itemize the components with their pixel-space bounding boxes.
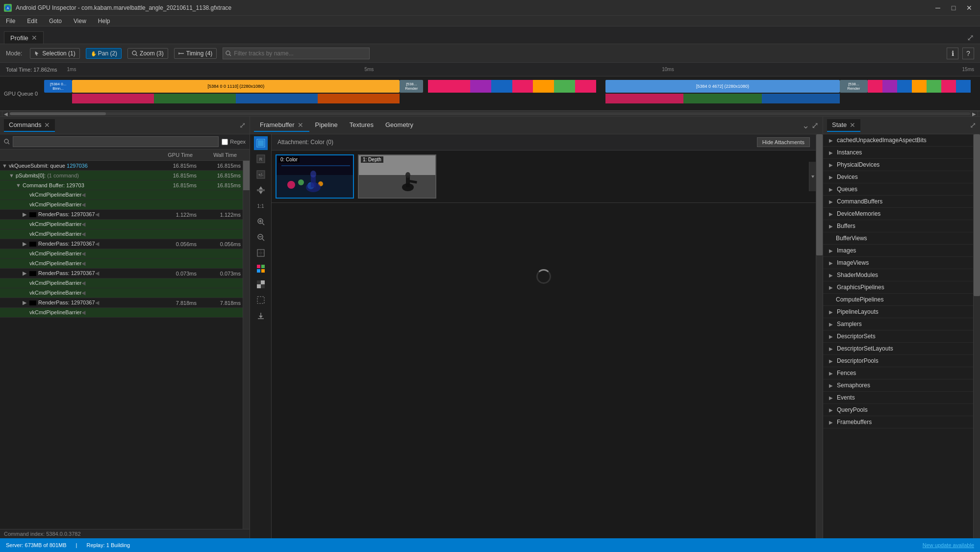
tab-framebuffer-close[interactable]: ✕ bbox=[298, 121, 303, 129]
cmd-row-9[interactable]: vkCmdPipelineBarrier◀ bbox=[0, 249, 243, 259]
state-item-15[interactable]: ▶ Samplers bbox=[823, 318, 973, 330]
cmd-expand-8[interactable]: ▶ bbox=[23, 241, 29, 247]
tab-textures[interactable]: Textures bbox=[344, 119, 379, 131]
scroll-track[interactable] bbox=[10, 112, 970, 115]
state-item-17[interactable]: ▶ DescriptorSetLayouts bbox=[823, 343, 973, 355]
state-item-16[interactable]: ▶ DescriptorSets bbox=[823, 330, 973, 343]
tab-geometry[interactable]: Geometry bbox=[379, 119, 419, 131]
gpu-queue-track[interactable]: [5384 0... Binn... [5384 0 0 1110] (2280… bbox=[44, 79, 980, 108]
state-item-11[interactable]: ▶ ShaderModules bbox=[823, 269, 973, 281]
thumbnail-color[interactable]: 0: Color bbox=[276, 154, 354, 199]
commands-scroll-v[interactable] bbox=[243, 161, 250, 529]
state-item-8[interactable]: BufferViews bbox=[823, 232, 973, 245]
cmd-row-6[interactable]: vkCmdPipelineBarrier◀ bbox=[0, 220, 243, 229]
state-item-13[interactable]: ComputePipelines bbox=[823, 294, 973, 306]
fb-image-viewport[interactable] bbox=[272, 203, 816, 350]
state-tab[interactable]: State ✕ bbox=[827, 119, 860, 132]
fb-scroll-right[interactable] bbox=[816, 134, 823, 538]
cmd-row-15[interactable]: vkCmdPipelineBarrier◀ bbox=[0, 308, 243, 318]
cmd-row-12[interactable]: vkCmdPipelineBarrier◀ bbox=[0, 278, 243, 288]
menu-view[interactable]: View bbox=[70, 17, 90, 25]
cmd-row-10[interactable]: vkCmdPipelineBarrier◀ bbox=[0, 259, 243, 269]
fb-vscroll-thumb[interactable] bbox=[816, 134, 823, 255]
tab-pipeline[interactable]: Pipeline bbox=[309, 119, 344, 131]
menu-edit[interactable]: Edit bbox=[23, 17, 41, 25]
cmd-row-1[interactable]: ▼ pSubmits[0]: (1 command) 16.815ms 16.8… bbox=[0, 171, 243, 180]
state-item-18[interactable]: ▶ DescriptorPools bbox=[823, 355, 973, 367]
timing-mode-button[interactable]: Timing (4) bbox=[174, 48, 217, 59]
menu-help[interactable]: Help bbox=[94, 17, 114, 25]
state-item-23[interactable]: ▶ Framebuffers bbox=[823, 416, 973, 428]
state-item-4[interactable]: ▶ Queues bbox=[823, 183, 973, 196]
gpu-bar-4[interactable]: [538... Render bbox=[840, 80, 868, 93]
state-scroll-thumb[interactable] bbox=[974, 134, 980, 296]
state-item-3[interactable]: ▶ Devices bbox=[823, 171, 973, 183]
fb-more-button[interactable]: ⌄ bbox=[802, 120, 809, 131]
maximize-button[interactable]: □ bbox=[947, 3, 960, 13]
thumbnail-depth[interactable]: 1: Depth bbox=[358, 154, 436, 199]
cmd-expand-5[interactable]: ▶ bbox=[23, 211, 29, 218]
gpu-bar-1[interactable]: [5384 0 0 1110] (2280x1080) bbox=[72, 80, 400, 93]
cmd-row-5[interactable]: ▶ RenderPass: 12970367◀ 1.122ms 1.122ms bbox=[0, 210, 243, 220]
state-item-1[interactable]: ▶ Instances bbox=[823, 147, 973, 159]
regex-checkbox[interactable] bbox=[222, 139, 228, 145]
state-item-22[interactable]: ▶ QueryPools bbox=[823, 404, 973, 416]
state-tab-close[interactable]: ✕ bbox=[850, 121, 855, 129]
fb-palette-tool[interactable] bbox=[254, 262, 268, 276]
fb-checker-tool[interactable] bbox=[254, 277, 268, 291]
scroll-thumb[interactable] bbox=[10, 112, 106, 115]
menu-goto[interactable]: Goto bbox=[45, 17, 66, 25]
gpu-bar-3[interactable]: [5384 0 4672] (2280x1080) bbox=[605, 80, 839, 93]
fb-channel-rg-tool[interactable]: +/- bbox=[254, 168, 268, 181]
cmd-row-13[interactable]: vkCmdPipelineBarrier◀ bbox=[0, 288, 243, 298]
state-maximize-button[interactable]: ⤢ bbox=[970, 121, 976, 130]
state-item-5[interactable]: ▶ CommandBuffers bbox=[823, 196, 973, 208]
commands-tab[interactable]: Commands ✕ bbox=[4, 119, 55, 132]
thumbnails-scroll-down[interactable] bbox=[809, 162, 816, 191]
horizontal-scrollbar[interactable]: ◀ ▶ bbox=[0, 111, 980, 117]
close-button[interactable]: ✕ bbox=[962, 3, 976, 13]
fb-zoom-out-tool[interactable] bbox=[254, 230, 268, 244]
profile-tab[interactable]: Profile ✕ bbox=[4, 31, 44, 44]
new-update-link[interactable]: New update available bbox=[923, 542, 974, 548]
scroll-right-arrow[interactable]: ▶ bbox=[970, 111, 978, 117]
menu-file[interactable]: File bbox=[2, 17, 19, 25]
commands-list[interactable]: ▼ vkQueueSubmit: queue 1297036 16.815ms … bbox=[0, 161, 243, 529]
commands-scroll-thumb[interactable] bbox=[243, 161, 250, 190]
cmd-expand-2[interactable]: ▼ bbox=[16, 182, 23, 188]
profile-maximize-button[interactable]: ⤢ bbox=[964, 32, 976, 44]
state-item-21[interactable]: ▶ Events bbox=[823, 392, 973, 404]
cmd-row-11[interactable]: ▶ RenderPass: 12970367◀ 0.073ms 0.073ms bbox=[0, 269, 243, 278]
fb-maximize-button[interactable]: ⤢ bbox=[811, 120, 819, 131]
commands-maximize-button[interactable]: ⤢ bbox=[239, 121, 246, 130]
cmd-row-4[interactable]: vkCmdPipelineBarrier◀ bbox=[0, 200, 243, 210]
cmd-row-8[interactable]: ▶ RenderPass: 12970367◀ 0.056ms 0.056ms bbox=[0, 239, 243, 249]
scroll-left-arrow[interactable]: ◀ bbox=[2, 111, 10, 117]
cmd-expand-1[interactable]: ▼ bbox=[9, 173, 16, 178]
fb-download-tool[interactable] bbox=[254, 309, 268, 323]
fb-overlay-tool[interactable] bbox=[254, 246, 268, 260]
state-scroll-v[interactable] bbox=[973, 134, 980, 538]
info-button[interactable]: ℹ bbox=[947, 48, 958, 59]
cmd-row-7[interactable]: vkCmdPipelineBarrier◀ bbox=[0, 229, 243, 239]
cmd-link-0[interactable]: 1297036 bbox=[67, 163, 88, 169]
hide-attachments-button[interactable]: Hide Attachments bbox=[757, 137, 810, 147]
fb-flipy-tool[interactable] bbox=[254, 183, 268, 197]
cmd-row-3[interactable]: vkCmdPipelineBarrier◀ bbox=[0, 190, 243, 200]
commands-search-input[interactable] bbox=[13, 136, 219, 147]
state-item-6[interactable]: ▶ DeviceMemories bbox=[823, 208, 973, 220]
minimize-button[interactable]: ─ bbox=[931, 3, 945, 13]
state-item-2[interactable]: ▶ PhysicalDevices bbox=[823, 159, 973, 171]
zoom-mode-button[interactable]: Zoom (3) bbox=[127, 48, 168, 59]
fb-zoom-in-tool[interactable] bbox=[254, 215, 268, 228]
state-item-7[interactable]: ▶ Buffers bbox=[823, 220, 973, 232]
state-item-0[interactable]: ▶ cachedUnpackedImageAspectBits bbox=[823, 134, 973, 147]
state-item-10[interactable]: ▶ ImageViews bbox=[823, 257, 973, 269]
fb-selection-view-tool[interactable] bbox=[254, 293, 268, 307]
pan-mode-button[interactable]: ✋ Pan (2) bbox=[86, 48, 122, 59]
regex-checkbox-label[interactable]: Regex bbox=[222, 139, 246, 145]
cmd-row-2[interactable]: ▼ Command Buffer: 129703 16.815ms 16.815… bbox=[0, 180, 243, 190]
commands-tab-close[interactable]: ✕ bbox=[44, 121, 50, 129]
gpu-bar-multicolor[interactable] bbox=[428, 80, 597, 93]
fb-color-tool[interactable] bbox=[254, 136, 268, 150]
